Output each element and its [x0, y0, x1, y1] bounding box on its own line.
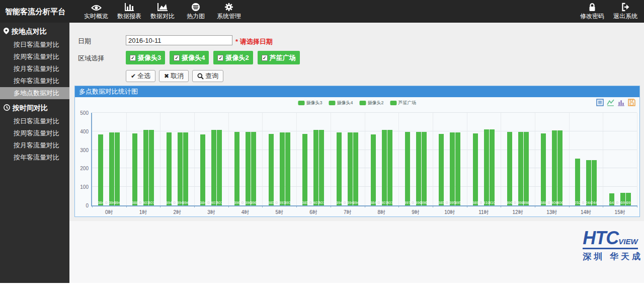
- sidebar-item[interactable]: 按月客流量对比: [0, 63, 69, 75]
- gear-icon: [224, 2, 233, 12]
- bar[interactable]: [541, 133, 546, 205]
- main-nav: 实时概览数据报表数据对比热力图系统管理: [79, 0, 246, 23]
- sidebar-section-header: 按地点对比: [0, 25, 69, 39]
- bar[interactable]: [269, 134, 274, 205]
- bar[interactable]: [167, 132, 172, 205]
- bar-slot: 69: [625, 113, 631, 205]
- legend-item[interactable]: 摄像头2: [360, 100, 384, 106]
- bar[interactable]: [490, 129, 495, 205]
- y-axis-tick-label: 500: [80, 110, 89, 116]
- region-toggle-button[interactable]: ✓摄像头3: [126, 51, 165, 64]
- bar[interactable]: [183, 132, 188, 205]
- bar[interactable]: [143, 130, 148, 205]
- switch-line-icon[interactable]: [607, 99, 614, 106]
- bar-group: 3840407407: [365, 113, 399, 205]
- bar[interactable]: [382, 130, 387, 205]
- legend-item[interactable]: 摄像头4: [329, 100, 353, 106]
- sidebar-item[interactable]: 按日客流量对比: [0, 39, 69, 51]
- data-view-icon[interactable]: [596, 99, 604, 106]
- sidebar-item[interactable]: 按周客流量对比: [0, 51, 69, 63]
- bar[interactable]: [557, 130, 562, 205]
- bar[interactable]: [353, 132, 358, 205]
- bar[interactable]: [319, 130, 324, 205]
- bar[interactable]: [586, 160, 591, 205]
- sidebar-item[interactable]: 按年客流量对比: [0, 75, 69, 87]
- save-image-icon[interactable]: [628, 99, 635, 106]
- bar-value-label: 0: [207, 200, 209, 205]
- bar[interactable]: [552, 130, 557, 205]
- bar[interactable]: [484, 129, 489, 205]
- bar[interactable]: [246, 132, 251, 205]
- nav-item-bar-chart[interactable]: 数据报表: [113, 0, 146, 23]
- bar[interactable]: [348, 132, 353, 205]
- bar[interactable]: [422, 132, 427, 205]
- bar-value-label: 410: [489, 200, 495, 205]
- bar[interactable]: [251, 132, 256, 205]
- sidebar-item[interactable]: 按月客流量对比: [0, 139, 69, 152]
- select-all-button[interactable]: ✔全选: [126, 70, 155, 82]
- bar[interactable]: [455, 132, 460, 205]
- nav-item-heatmap[interactable]: 热力图: [179, 0, 212, 23]
- legend-item[interactable]: 芦笙广场: [390, 100, 417, 106]
- bar[interactable]: [592, 160, 597, 205]
- region-toggle-button[interactable]: ✓摄像头2: [213, 51, 253, 64]
- sidebar-item[interactable]: 按年客流量对比: [0, 152, 69, 164]
- switch-bar-icon[interactable]: [617, 99, 625, 106]
- x-axis-tick: [126, 205, 127, 207]
- bar[interactable]: [439, 134, 444, 205]
- nav-item-area-chart[interactable]: 数据对比: [146, 0, 179, 23]
- bar-group: 3890410410: [467, 113, 501, 205]
- bar[interactable]: [200, 134, 205, 205]
- chart-panel-body: 摄像头3摄像头4摄像头2芦笙广场 38403943943880407407394…: [75, 97, 639, 217]
- bar[interactable]: [178, 132, 183, 205]
- bar[interactable]: [217, 130, 222, 205]
- sidebar-item[interactable]: 多地点数据对比: [0, 87, 69, 99]
- nav-item-label: 热力图: [187, 12, 205, 21]
- region-toggle-button[interactable]: ✓芦笙广场: [258, 51, 300, 64]
- sidebar-item[interactable]: 按周客流量对比: [0, 127, 69, 139]
- bar[interactable]: [98, 134, 103, 205]
- bar-value-label: 389: [472, 200, 478, 205]
- bar[interactable]: [285, 132, 290, 205]
- sidebar-item[interactable]: 按日客流量对比: [0, 115, 69, 127]
- bar[interactable]: [387, 130, 392, 205]
- bar[interactable]: [371, 134, 376, 205]
- bar[interactable]: [575, 159, 580, 205]
- legend-item[interactable]: 摄像头3: [298, 100, 322, 106]
- bar-value-label: 407: [386, 200, 393, 205]
- region-toggle-button[interactable]: ✓摄像头4: [170, 51, 209, 64]
- bar-slot: 395: [455, 113, 461, 205]
- nav-item-gear[interactable]: 系统管理: [212, 0, 246, 23]
- query-button[interactable]: 查询: [192, 70, 223, 82]
- x-axis-tick-label: 2时: [160, 209, 194, 216]
- bar[interactable]: [149, 130, 154, 205]
- bar[interactable]: [234, 132, 239, 205]
- bar[interactable]: [109, 132, 114, 205]
- legend-label: 摄像头4: [337, 100, 353, 106]
- bar-value-label: 0: [514, 200, 516, 205]
- bar[interactable]: [405, 132, 410, 205]
- bar[interactable]: [416, 132, 421, 205]
- cancel-button[interactable]: ✖取消: [159, 70, 189, 82]
- bar-group: 3970396396: [398, 113, 433, 205]
- bar[interactable]: [507, 132, 512, 205]
- region-button-label: 芦笙广场: [270, 53, 296, 62]
- bar-value-label: 395: [455, 200, 461, 205]
- bar[interactable]: [211, 130, 216, 205]
- nav-item-lock[interactable]: 修改密码: [576, 0, 609, 23]
- bar[interactable]: [313, 130, 318, 205]
- bar[interactable]: [337, 132, 342, 205]
- bar[interactable]: [280, 132, 285, 205]
- bar[interactable]: [473, 133, 478, 205]
- bar-group: 3850407407: [296, 113, 331, 205]
- bar[interactable]: [518, 132, 523, 205]
- bar[interactable]: [450, 132, 455, 205]
- nav-item-eye[interactable]: 实时概览: [79, 0, 113, 23]
- bar-value-label: 384: [370, 200, 376, 205]
- date-input[interactable]: [126, 35, 232, 45]
- bar[interactable]: [524, 132, 529, 205]
- bar[interactable]: [302, 134, 307, 205]
- bar[interactable]: [115, 132, 120, 205]
- nav-item-sign-out[interactable]: 退出系统: [609, 0, 642, 23]
- bar[interactable]: [132, 133, 137, 205]
